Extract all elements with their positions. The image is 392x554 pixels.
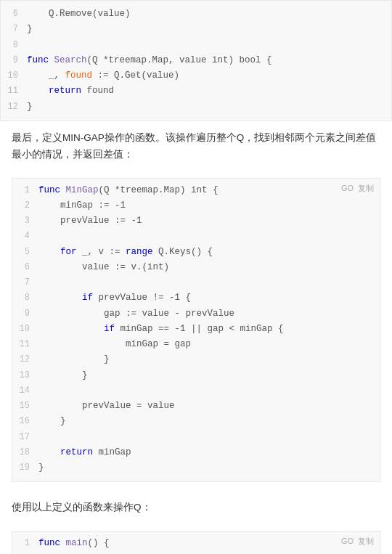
code-line: 6 value := v.(int) [12, 260, 380, 275]
code-line: 8 [1, 38, 391, 53]
line-content: } [38, 414, 380, 429]
line-number: 12 [1, 99, 27, 114]
code-line: 14 [12, 383, 380, 399]
line-content: Q := treemap.NewWithIntComparator() [38, 552, 380, 554]
line-number: 13 [12, 368, 38, 383]
page: 6 Q.Remove(value) 7 } 8 9 func Search(Q … [0, 0, 392, 554]
code-line: 17 [12, 430, 380, 445]
line-content: func MinGap(Q *treemap.Map) int { [38, 183, 380, 198]
line-content: Q.Remove(value) [27, 7, 391, 22]
line-number: 3 [12, 213, 38, 228]
line-number: 18 [12, 445, 38, 460]
code-line: 10 if minGap == -1 || gap < minGap { [12, 322, 380, 337]
line-content: } [38, 352, 380, 367]
mingap-code-block: GO 复制 1 func MinGap(Q *treemap.Map) int … [12, 178, 380, 483]
line-content: prevValue = value [38, 399, 380, 414]
prose-1: 最后，定义MIN-GAP操作的函数。该操作遍历整个Q，找到相邻两个元素之间差值最… [0, 121, 392, 172]
line-number: 17 [12, 430, 38, 444]
line-number: 11 [12, 337, 38, 351]
code-line: 2 Q := treemap.NewWithIntComparator() [12, 552, 380, 554]
line-number: 15 [12, 399, 38, 413]
line-content: } [38, 460, 380, 476]
line-number: 1 [12, 536, 38, 550]
main-code-block: GO 复制 1 func main() { 2 Q := treemap.New… [12, 531, 380, 554]
line-content: prevValue := -1 [38, 213, 380, 229]
line-content: value := v.(int) [38, 260, 380, 275]
line-number: 10 [12, 322, 38, 336]
line-number: 7 [1, 22, 27, 36]
line-number: 9 [1, 53, 27, 68]
code-line: 8 if prevValue != -1 { [12, 290, 380, 306]
line-number: 5 [12, 245, 38, 259]
code-line: 11 minGap = gap [12, 337, 380, 352]
line-number: 2 [12, 198, 38, 213]
code-line: 16 } [12, 414, 380, 429]
code-line: 12 } [1, 99, 391, 115]
line-number: 10 [1, 68, 27, 83]
code-line: 2 minGap := -1 [12, 198, 380, 213]
copy-button[interactable]: 复制 [358, 182, 374, 195]
line-number: 1 [12, 183, 38, 197]
line-number: 19 [12, 460, 38, 475]
copy-button-2[interactable]: 复制 [358, 534, 374, 548]
prose-1-text: 最后，定义MIN-GAP操作的函数。该操作遍历整个Q，找到相邻两个元素之间差值最… [12, 132, 376, 160]
line-content: return found [27, 83, 391, 99]
top-code-block: 6 Q.Remove(value) 7 } 8 9 func Search(Q … [0, 0, 392, 121]
code-line: 1 func main() { [12, 536, 380, 551]
prose-2-text: 使用以上定义的函数来操作Q： [12, 502, 152, 513]
code-line: 5 for _, v := range Q.Keys() { [12, 245, 380, 260]
code-line: 13 } [12, 368, 380, 383]
line-content: if minGap == -1 || gap < minGap { [38, 322, 380, 337]
code-line: 12 } [12, 352, 380, 367]
code-line: 6 Q.Remove(value) [1, 7, 391, 22]
line-content [38, 430, 380, 445]
line-number: 14 [12, 383, 38, 398]
line-content: } [27, 99, 391, 115]
line-number: 16 [12, 414, 38, 428]
code-line: 9 func Search(Q *treemap.Map, value int)… [1, 53, 391, 68]
line-content: func main() { [38, 536, 380, 551]
line-number: 9 [12, 306, 38, 321]
line-number: 4 [12, 229, 38, 243]
code-line: 3 prevValue := -1 [12, 213, 380, 229]
line-number: 7 [12, 275, 38, 290]
line-content: } [38, 368, 380, 383]
line-content [38, 229, 380, 244]
code-lang-2: GO [341, 534, 354, 548]
code-lang: GO [341, 182, 354, 195]
line-content [27, 38, 391, 53]
line-number: 11 [1, 83, 27, 98]
line-content: minGap := -1 [38, 198, 380, 213]
code-line: 15 prevValue = value [12, 399, 380, 414]
code-line: 7 [12, 275, 380, 290]
line-content [38, 383, 380, 399]
code-line: 10 _, found := Q.Get(value) [1, 68, 391, 83]
code-header-2: GO 复制 [341, 534, 374, 548]
line-number: 2 [12, 552, 38, 554]
line-content: minGap = gap [38, 337, 380, 352]
line-number: 6 [12, 260, 38, 274]
line-content: _, found := Q.Get(value) [27, 68, 391, 83]
code-line: 11 return found [1, 83, 391, 99]
line-number: 6 [1, 7, 27, 21]
line-content: func Search(Q *treemap.Map, value int) b… [27, 53, 391, 68]
code-line: 9 gap := value - prevValue [12, 306, 380, 322]
line-content: return minGap [38, 445, 380, 460]
line-number: 8 [12, 290, 38, 305]
line-number: 12 [12, 352, 38, 367]
line-content [38, 275, 380, 290]
line-content: for _, v := range Q.Keys() { [38, 245, 380, 260]
line-content: if prevValue != -1 { [38, 290, 380, 306]
code-line: 18 return minGap [12, 445, 380, 460]
code-line: 1 func MinGap(Q *treemap.Map) int { [12, 183, 380, 198]
line-content: gap := value - prevValue [38, 306, 380, 322]
code-header: GO 复制 [341, 182, 374, 195]
prose-2: 使用以上定义的函数来操作Q： [0, 491, 392, 525]
line-number: 8 [1, 38, 27, 52]
code-line: 19 } [12, 460, 380, 476]
code-line: 7 } [1, 22, 391, 37]
code-line: 4 [12, 229, 380, 244]
line-content: } [27, 22, 391, 37]
